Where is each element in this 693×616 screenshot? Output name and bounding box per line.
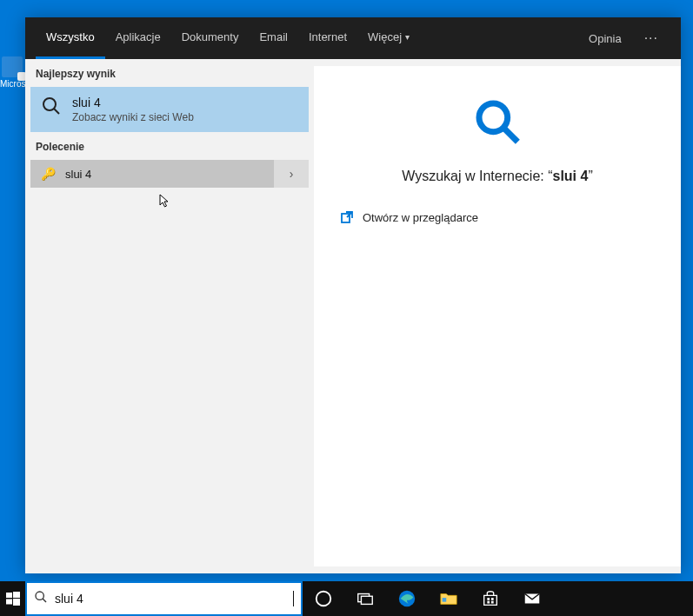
edge-icon [397,589,416,608]
taskbar: slui 4 [0,581,693,616]
caption-suffix: ” [588,169,592,183]
best-match-title: slui 4 [72,96,194,109]
task-view-icon [356,589,375,608]
preview-column: Wyszukaj w Internecie: “slui 4” Otwórz w… [314,66,681,566]
taskbar-cortana[interactable] [303,581,344,616]
large-search-icon [473,97,522,149]
results-column: Najlepszy wynik slui 4 Zobacz wyniki z s… [25,59,314,573]
open-in-browser-link[interactable]: Otwórz w przeglądarce [335,210,478,224]
tab-more[interactable]: Więcej▾ [357,17,420,59]
caption-query: slui 4 [553,169,589,183]
mail-icon [523,589,542,608]
tab-more-label: Więcej [368,30,402,43]
svg-rect-7 [13,592,20,598]
svg-rect-6 [6,593,12,598]
taskbar-mail[interactable] [511,581,553,616]
best-match-subtitle: Zobacz wyniki z sieci Web [72,111,194,123]
command-expand-button[interactable]: › [274,160,309,188]
svg-point-2 [479,103,508,132]
windows-icon [6,592,20,606]
tab-all[interactable]: Wszystko [36,17,105,59]
taskbar-task-view[interactable] [344,581,386,616]
store-icon [481,589,500,608]
svg-rect-16 [443,598,447,602]
svg-rect-19 [487,601,490,604]
tab-apps-label: Aplikacje [116,30,161,43]
chevron-right-icon: › [290,167,294,181]
more-options-button[interactable]: ··· [632,17,670,59]
command-header: Polecenie [25,132,314,160]
svg-rect-18 [491,598,494,600]
search-icon [41,96,62,116]
command-item[interactable]: 🔑 slui 4 [30,160,274,188]
run-command-icon: 🔑 [41,167,55,181]
tab-docs-label: Dokumenty [182,30,239,43]
desktop-shortcut[interactable]: Micros [0,56,24,89]
taskbar-edge[interactable] [386,581,428,616]
svg-rect-9 [13,599,20,606]
text-caret [293,591,294,606]
feedback-link[interactable]: Opinia [578,17,632,59]
start-button[interactable] [0,581,25,616]
tab-internet[interactable]: Internet [298,17,357,59]
svg-point-10 [36,592,43,599]
svg-point-12 [317,592,331,606]
desktop-shortcut-icon [2,56,23,77]
command-row: 🔑 slui 4 › [30,160,309,188]
svg-point-0 [43,98,56,110]
best-match-item[interactable]: slui 4 Zobacz wyniki z sieci Web [30,87,309,132]
search-input[interactable]: slui 4 [55,592,286,606]
caption-prefix: Wyszukaj w Internecie: “ [402,169,552,183]
tab-email[interactable]: Email [249,17,298,59]
svg-rect-14 [361,596,372,604]
tab-email-label: Email [259,30,288,43]
open-external-icon [340,210,354,224]
tab-internet-label: Internet [309,30,347,43]
search-panel: Wszystko Aplikacje Dokumenty Email Inter… [25,17,681,573]
command-label: slui 4 [65,168,91,181]
svg-rect-8 [6,599,12,605]
feedback-label: Opinia [589,32,622,45]
folder-icon [439,589,458,608]
tab-bar: Wszystko Aplikacje Dokumenty Email Inter… [25,17,681,59]
svg-line-3 [503,128,517,142]
circle-icon [314,589,333,608]
tab-all-label: Wszystko [46,30,95,43]
taskbar-store[interactable] [470,581,511,616]
svg-rect-17 [487,598,490,600]
tab-documents[interactable]: Dokumenty [171,17,250,59]
svg-line-11 [43,599,46,602]
taskbar-icons [303,581,553,616]
chevron-down-icon: ▾ [405,32,410,42]
panel-body: Najlepszy wynik slui 4 Zobacz wyniki z s… [25,59,681,573]
taskbar-search-box[interactable]: slui 4 [25,581,303,616]
best-match-header: Najlepszy wynik [25,59,314,87]
open-in-browser-label: Otwórz w przeglądarce [363,211,478,224]
svg-line-1 [54,109,59,114]
web-search-caption: Wyszukaj w Internecie: “slui 4” [402,169,592,184]
search-icon [34,590,48,607]
tab-apps[interactable]: Aplikacje [105,17,171,59]
svg-rect-20 [491,601,494,604]
taskbar-explorer[interactable] [428,581,470,616]
